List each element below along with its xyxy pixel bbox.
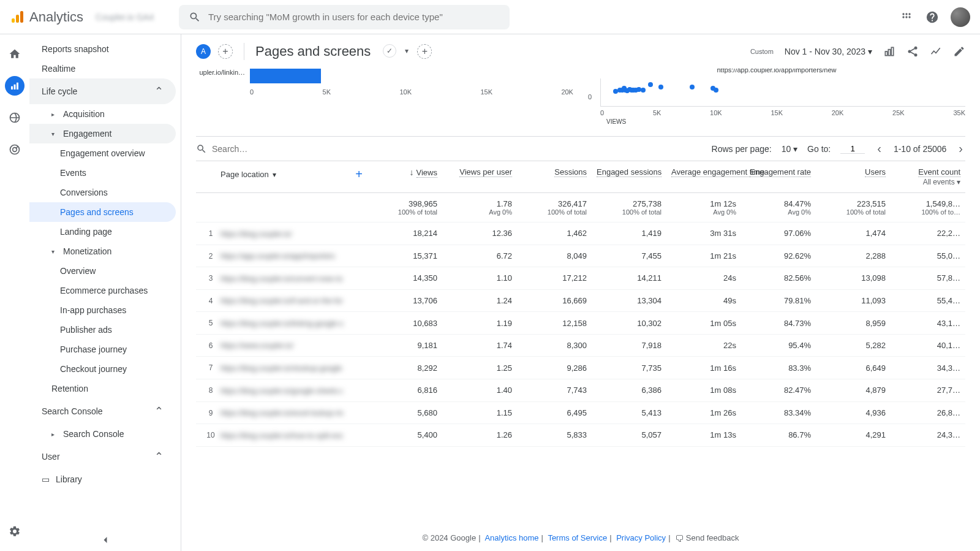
share-icon[interactable] — [907, 45, 919, 58]
footer-privacy[interactable]: Privacy Policy — [616, 533, 666, 542]
table-row[interactable]: 9 https://blog.coupler.io/excel-lookup-m… — [196, 401, 965, 424]
column-header[interactable]: Engaged sessions — [592, 161, 666, 193]
nav-checkout-journey[interactable]: Checkout journey — [29, 359, 176, 379]
nav-purchase-journey[interactable]: Purchase journey — [29, 340, 176, 359]
nav-engagement[interactable]: ▾Engagement — [29, 124, 176, 143]
nav-events[interactable]: Events — [29, 163, 176, 183]
rail-home-icon[interactable] — [5, 44, 24, 64]
add-dimension-button[interactable]: + — [355, 167, 363, 181]
nav-conversions[interactable]: Conversions — [29, 183, 176, 202]
metric-cell: 9,181 — [368, 334, 442, 357]
goto-input[interactable] — [840, 144, 865, 154]
table-search[interactable] — [196, 143, 712, 154]
axis-tick: 10K — [399, 88, 412, 96]
dimension-cell: 9 https://blog.coupler.io/excel-lookup-m… — [196, 401, 368, 424]
totals-cell: 223,515100% of total — [816, 193, 891, 222]
customize-icon[interactable] — [883, 45, 895, 58]
nav-search-console[interactable]: Search Console⌃ — [29, 398, 176, 424]
add-comparison-button[interactable]: + — [218, 44, 233, 59]
rail-settings-icon[interactable] — [5, 522, 24, 541]
metric-cell: 13,304 — [592, 289, 666, 312]
metric-cell: 49s — [666, 289, 741, 312]
metric-cell: 84.73% — [741, 312, 816, 335]
metric-cell: 17,212 — [517, 267, 592, 290]
metric-cell: 7,735 — [592, 357, 666, 379]
table-row[interactable]: 6 https://www.coupler.io/9,1811.748,3007… — [196, 334, 965, 357]
column-header[interactable]: Views per user — [442, 161, 517, 193]
dimension-header[interactable]: Page location ▾+ — [196, 161, 368, 193]
global-search[interactable] — [179, 5, 510, 29]
prev-page-button[interactable]: ‹ — [875, 142, 884, 156]
column-header[interactable]: Average engagement time — [666, 161, 741, 193]
table-row[interactable]: 2 https://app.coupler.io/app/importers15… — [196, 245, 965, 267]
metric-cell: 79.81% — [741, 289, 816, 312]
svg-point-13 — [10, 145, 19, 154]
nav-acquisition[interactable]: ▸Acquisition — [29, 104, 176, 124]
metric-cell: 83.3% — [741, 357, 816, 379]
global-search-input[interactable] — [208, 12, 500, 22]
rail-reports-icon[interactable] — [5, 76, 24, 96]
charts-area: upler.io/linkin…05K10K15K20K https://app… — [196, 69, 965, 124]
table-search-input[interactable] — [212, 144, 334, 154]
rail-explore-icon[interactable] — [5, 108, 24, 127]
column-header[interactable]: ↓Views — [368, 161, 442, 193]
nav-monetization[interactable]: ▾Monetization — [29, 241, 176, 261]
property-name[interactable]: Coupler.io GA4 — [96, 12, 154, 22]
add-card-button[interactable]: + — [417, 44, 432, 59]
table-row[interactable]: 10 https://blog.coupler.io/how-to-split-… — [196, 424, 965, 447]
nav-realtime[interactable]: Realtime — [29, 59, 181, 78]
scatter-point — [648, 82, 653, 87]
date-range-picker[interactable]: Nov 1 - Nov 30, 2023 ▾ — [785, 47, 872, 56]
next-page-button[interactable]: › — [956, 142, 965, 156]
metric-cell: 1.10 — [442, 267, 517, 290]
nav-library[interactable]: ▭Library — [29, 469, 181, 489]
column-header[interactable]: Event countAll events ▾ — [891, 161, 965, 193]
table-row[interactable]: 5 https://blog.coupler.io/linking-google… — [196, 312, 965, 335]
table-row[interactable]: 3 https://blog.coupler.io/convert-rows-t… — [196, 267, 965, 290]
apps-icon[interactable] — [899, 10, 914, 25]
metric-cell: 1.15 — [442, 401, 517, 424]
goto-label: Go to: — [807, 144, 831, 154]
insights-icon[interactable] — [930, 45, 942, 58]
axis-tick: 0 — [600, 109, 604, 116]
table-row[interactable]: 4 https://blog.coupler.io/if-and-or-the-… — [196, 289, 965, 312]
rail-advertising-icon[interactable] — [5, 140, 24, 159]
nav-engagement-overview[interactable]: Engagement overview — [29, 143, 176, 163]
table-row[interactable]: 1 https://blog.coupler.io/18,21412.361,4… — [196, 222, 965, 245]
nav-mon-overview[interactable]: Overview — [29, 261, 176, 281]
scatter-chart: https://app.coupler.io/app/importers/new… — [588, 69, 965, 124]
nav-inapp[interactable]: In-app purchases — [29, 300, 176, 320]
rows-per-page-select[interactable]: 10 ▾ — [782, 144, 797, 154]
footer-feedback[interactable]: 🗨 Send feedback — [675, 533, 739, 542]
table-row[interactable]: 8 https://blog.coupler.io/google-sheets-… — [196, 379, 965, 401]
edit-icon[interactable] — [953, 45, 965, 58]
date-label: Custom — [750, 48, 774, 55]
metric-cell: 8,959 — [816, 312, 891, 335]
metric-cell: 1.74 — [442, 334, 517, 357]
nav-life-cycle[interactable]: Life cycle⌃ — [29, 78, 176, 104]
nav-pages-screens[interactable]: Pages and screens — [29, 202, 176, 222]
table-row[interactable]: 7 https://blog.coupler.io/vlookup-google… — [196, 357, 965, 379]
nav-collapse-button[interactable] — [99, 534, 111, 546]
nav-landing-page[interactable]: Landing page — [29, 222, 176, 241]
audience-chip[interactable]: A — [196, 44, 211, 59]
column-header[interactable]: Sessions — [517, 161, 592, 193]
column-header[interactable]: Users — [816, 161, 891, 193]
metric-cell: 7,743 — [517, 379, 592, 401]
metric-cell: 97.06% — [741, 222, 816, 245]
nav-reports-snapshot[interactable]: Reports snapshot — [29, 39, 181, 59]
dropdown-icon[interactable]: ▾ — [400, 44, 413, 58]
footer-analytics-home[interactable]: Analytics home — [484, 533, 538, 542]
svg-rect-17 — [891, 47, 893, 55]
column-header[interactable]: Engagement rate — [741, 161, 816, 193]
verified-icon[interactable]: ✓ — [383, 44, 396, 58]
nav-ecommerce[interactable]: Ecommerce purchases — [29, 281, 176, 300]
nav-search-console-sub[interactable]: ▸Search Console — [29, 424, 176, 444]
nav-user[interactable]: User⌃ — [29, 444, 176, 469]
user-avatar[interactable] — [951, 7, 970, 27]
nav-publisher[interactable]: Publisher ads — [29, 320, 176, 340]
footer-terms[interactable]: Terms of Service — [548, 533, 607, 542]
nav-retention[interactable]: Retention — [29, 379, 176, 398]
help-icon[interactable] — [925, 10, 940, 25]
scatter-point — [714, 88, 718, 93]
